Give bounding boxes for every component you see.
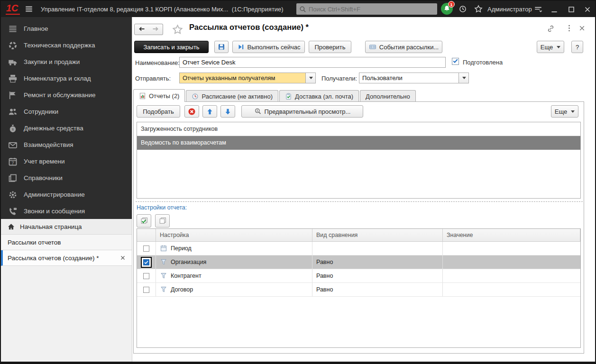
window-maximize-button[interactable] (567, 5, 576, 14)
setting-name: Организация (171, 259, 206, 265)
page-tab-1[interactable]: Рассылки отчетов (1, 235, 132, 250)
sidebar-item-5[interactable]: Ремонт и обслуживание (1, 87, 132, 103)
setting-checkbox[interactable] (143, 273, 149, 279)
sidebar-item-4[interactable]: Номенклатура и склад (1, 70, 132, 87)
mailing-events-button[interactable]: События рассылки... (365, 41, 442, 53)
comparison-cell[interactable]: Равно (312, 255, 443, 269)
service-menu-icon[interactable] (534, 5, 542, 13)
settings-row-4[interactable]: ДоговорРавно (137, 283, 580, 297)
search-input[interactable] (309, 6, 434, 13)
play-icon (237, 43, 245, 51)
window-minimize-button[interactable] (550, 5, 559, 14)
settings-row-3[interactable]: КонтрагентРавно (137, 269, 580, 283)
tab-2[interactable]: Расписание (не активно) (186, 90, 278, 102)
setting-checkbox[interactable] (143, 246, 149, 252)
move-up-button[interactable] (202, 105, 217, 118)
setting-name-cell[interactable]: Договор (156, 283, 312, 296)
sidebar-item-10[interactable]: Справочники (1, 170, 132, 186)
save-and-close-button[interactable]: Записать и закрыть (134, 41, 209, 53)
value-cell[interactable] (443, 242, 580, 255)
favorite-toggle-icon[interactable] (172, 24, 183, 35)
send-mode-select[interactable]: Отчеты указанным получателям (179, 73, 316, 83)
sidebar-item-12[interactable]: Звонки и сообщения (1, 203, 132, 219)
settings-column-header-1[interactable] (137, 229, 156, 241)
settings-column-header-2[interactable]: Настройка (156, 229, 312, 241)
more-button-reports[interactable]: Еще (551, 105, 578, 118)
notifications-button[interactable]: 1 (441, 3, 453, 15)
sidebar-item-1[interactable]: Главное (1, 20, 132, 37)
dropdown-arrow-icon[interactable] (305, 73, 315, 83)
focused-checkbox-frame[interactable] (141, 257, 152, 268)
sidebar-item-3[interactable]: Закупки и продажи (1, 54, 132, 70)
check-icon (452, 58, 458, 65)
sidebar-item-label: Администрирование (24, 191, 85, 198)
main-menu-icon[interactable] (25, 5, 33, 13)
svg-text:s: s (12, 127, 14, 131)
report-list-item-1[interactable]: Загруженность сотрудников (137, 122, 580, 136)
settings-row-1[interactable]: Период (137, 242, 580, 255)
tab-3[interactable]: Доставка (эл. почта) (279, 90, 359, 102)
comparison-cell[interactable]: Равно (312, 283, 443, 296)
delete-report-button[interactable] (184, 105, 199, 118)
run-now-button[interactable]: Выполнить сейчас (232, 41, 305, 53)
setting-name-cell[interactable]: Контрагент (156, 269, 312, 282)
sidebar-item-6[interactable]: Сотрудники (1, 103, 132, 120)
sidebar-item-7[interactable]: sДенежные средства (1, 120, 132, 136)
uncheck-all-button[interactable] (155, 214, 170, 228)
period-calendar-icon (160, 245, 167, 252)
sidebar-item-11[interactable]: Администрирование (1, 186, 132, 203)
recipients-select[interactable]: Пользователи (359, 73, 469, 83)
more-dots-icon[interactable] (565, 24, 573, 32)
save-button[interactable] (214, 41, 229, 53)
preview-button[interactable]: Предварительный просмотр... (241, 105, 363, 118)
close-form-icon[interactable] (578, 24, 586, 32)
settings-column-header-4[interactable]: Значение (443, 229, 580, 241)
recipients-field-label: Получатели: (321, 75, 357, 82)
tab-1[interactable]: Отчеты (2) (133, 89, 185, 102)
comparison-cell[interactable] (312, 242, 443, 255)
sidebar-item-9[interactable]: 7Учет времени (1, 153, 132, 170)
sidebar-item-2[interactable]: Техническая поддержка (1, 37, 132, 54)
page-tab-2[interactable]: Рассылка отчетов (создание) * (1, 250, 132, 266)
name-input[interactable] (179, 57, 446, 68)
current-user[interactable]: Администратор (487, 1, 532, 17)
tab-label: Расписание (не активно) (202, 93, 273, 100)
global-search[interactable] (296, 3, 437, 15)
prepared-checkbox[interactable] (452, 58, 459, 65)
value-cell[interactable] (443, 269, 580, 282)
sidebar-item-home[interactable]: Начальная страница (1, 219, 132, 235)
check-button[interactable]: Проверить (309, 41, 351, 53)
setting-checkbox[interactable] (143, 287, 149, 293)
setting-name-cell[interactable]: Организация (156, 255, 312, 269)
main-area: Рассылка отчетов (создание) * Записать и… (132, 17, 595, 362)
settings-row-2[interactable]: ОрганизацияРавно (137, 255, 580, 269)
settings-header-row: НастройкаВид сравненияЗначение (137, 229, 580, 242)
sidebar-item-label: Учет времени (24, 158, 65, 165)
nav-forward-button[interactable] (148, 24, 163, 35)
setting-name-cell[interactable]: Период (156, 242, 312, 255)
check-all-button[interactable] (137, 214, 151, 228)
window-close-button[interactable] (583, 5, 592, 14)
favorites-star-icon[interactable] (474, 5, 483, 13)
comparison-cell[interactable]: Равно (312, 269, 443, 282)
setting-checkbox[interactable] (143, 259, 149, 265)
filter-funnel-icon (160, 272, 167, 280)
nav-back-button[interactable] (134, 24, 149, 35)
help-button[interactable]: ? (571, 41, 583, 53)
dropdown-arrow-icon[interactable] (458, 73, 468, 83)
close-tab-icon[interactable] (119, 255, 126, 261)
pick-reports-button[interactable]: Подобрать (137, 105, 180, 118)
get-link-icon[interactable] (547, 25, 555, 33)
settings-column-header-3[interactable]: Вид сравнения (312, 229, 443, 241)
value-cell[interactable] (443, 283, 580, 296)
move-down-button[interactable] (220, 105, 235, 118)
sidebar-nav: ГлавноеТехническая поддержкаЗакупки и пр… (1, 17, 132, 219)
value-cell[interactable] (443, 255, 580, 269)
reports-list: Загруженность сотрудниковВедомость по вз… (137, 122, 581, 199)
report-list-item-2[interactable]: Ведомость по взаиморасчетам (137, 136, 580, 150)
more-button-top[interactable]: Еще (537, 41, 564, 53)
sidebar-item-8[interactable]: Взаимодействия (1, 136, 132, 153)
history-icon[interactable] (458, 5, 467, 13)
splitter-line[interactable] (136, 201, 583, 202)
tab-4[interactable]: Дополнительно (360, 90, 416, 102)
